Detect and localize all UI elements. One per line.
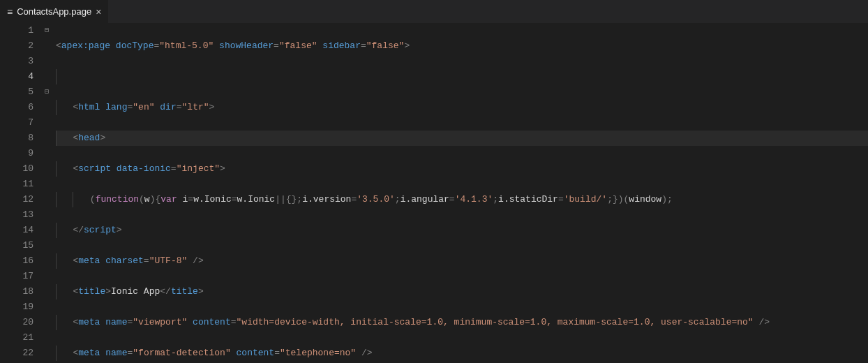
code-line: <apex:page docType="html-5.0" showHeader… [56,38,868,54]
fold-toggle-icon[interactable]: ⊟ [40,84,53,100]
code-area[interactable]: <apex:page docType="html-5.0" showHeader… [53,23,868,363]
code-line: </script> [56,223,868,238]
tab-contactsapp[interactable]: ≡ ContactsApp.page × [0,0,108,23]
fold-toggle-icon[interactable]: ⊟ [40,23,53,38]
fold-gutter: ⊟ ⊟ [40,23,53,363]
close-icon[interactable]: × [96,7,101,17]
code-line: <html lang="en" dir="ltr"> [56,100,868,115]
code-line: (function(w){var i=w.Ionic=w.Ionic||{};i… [56,192,868,207]
code-line [56,69,868,84]
code-line: <title>Ionic App</title> [56,284,868,299]
file-icon: ≡ [7,7,13,17]
line-number-gutter: 1 2 3 4 5 6 7 8 9 10 11 12 13 14 15 16 1… [0,23,40,363]
tab-title: ContactsApp.page [17,6,91,17]
code-line: <head> [56,131,868,146]
code-line: <meta charset="UTF-8" /> [56,253,868,269]
code-line: <meta name="viewport" content="width=dev… [56,315,868,330]
tab-bar: ≡ ContactsApp.page × [0,0,868,23]
code-editor[interactable]: 1 2 3 4 5 6 7 8 9 10 11 12 13 14 15 16 1… [0,23,868,363]
code-line: <script data-ionic="inject"> [56,161,868,177]
code-line: <meta name="format-detection" content="t… [56,346,868,361]
